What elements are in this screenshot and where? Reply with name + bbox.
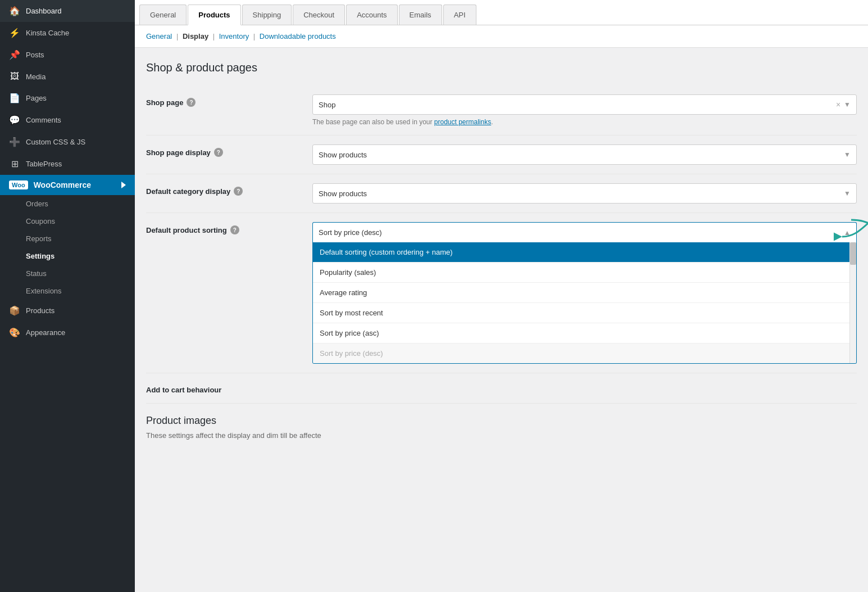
product-images-desc: These settings affect the display and di…	[146, 431, 857, 440]
subnav-inventory[interactable]: Inventory	[219, 32, 249, 40]
shop-page-display-label: Shop page display	[146, 148, 211, 157]
sidebar-item-pages[interactable]: 📄 Pages	[0, 87, 135, 109]
dropdown-scrollbar[interactable]	[849, 242, 856, 363]
sidebar-item-custom-css[interactable]: ➕ Custom CSS & JS	[0, 131, 135, 153]
tab-general[interactable]: General	[139, 4, 187, 25]
shop-page-display-help-icon[interactable]: ?	[214, 148, 223, 157]
sidebar-item-posts[interactable]: 📌 Posts	[0, 44, 135, 66]
add-to-cart-label: Add to cart behaviour	[146, 386, 221, 394]
woo-arrow-icon	[121, 182, 126, 188]
shop-page-arrow-icon: ▼	[844, 101, 851, 109]
tab-shipping[interactable]: Shipping	[242, 4, 292, 25]
shop-page-clear-icon[interactable]: ×	[836, 100, 840, 109]
sidebar-sub-status[interactable]: Status	[0, 265, 135, 282]
appearance-icon: 🎨	[9, 327, 20, 338]
sidebar-item-kinsta-cache[interactable]: ⚡ Kinsta Cache	[0, 22, 135, 44]
shop-page-display-value: Show products	[319, 151, 844, 159]
sidebar-sub-label: Reports	[26, 234, 52, 243]
sidebar-sub-reports[interactable]: Reports	[0, 230, 135, 247]
sidebar-item-label: Comments	[26, 116, 126, 124]
sidebar-item-comments[interactable]: 💬 Comments	[0, 109, 135, 131]
sidebar-item-label: Dashboard	[26, 7, 126, 15]
tab-emails[interactable]: Emails	[399, 4, 442, 25]
shop-page-display-select[interactable]: Show products ▼	[312, 144, 857, 165]
shop-page-help-icon[interactable]: ?	[187, 98, 196, 107]
sidebar-sub-settings[interactable]: Settings	[0, 247, 135, 265]
scrollbar-thumb	[850, 242, 856, 265]
tab-checkout[interactable]: Checkout	[293, 4, 345, 25]
sidebar-item-dashboard[interactable]: 🏠 Dashboard	[0, 0, 135, 22]
default-product-sorting-dropdown: Default sorting (custom ordering + name)…	[312, 242, 857, 364]
shop-page-row: Shop page ? Shop × ▼ The base page can a…	[146, 85, 857, 135]
shop-page-display-row: Shop page display ? Show products ▼	[146, 135, 857, 174]
sidebar-item-label: Appearance	[26, 328, 126, 337]
sidebar-sub-label: Status	[26, 269, 47, 278]
add-to-cart-label-group: Add to cart behaviour	[146, 382, 303, 394]
dropdown-arrow-indicator	[834, 206, 868, 245]
default-product-sorting-label: Default product sorting	[146, 226, 227, 234]
sidebar-item-label: Products	[26, 306, 126, 315]
dropdown-item-most-recent[interactable]: Sort by most recent	[313, 303, 849, 323]
default-category-display-select[interactable]: Show products ▼	[312, 183, 857, 204]
tab-accounts[interactable]: Accounts	[346, 4, 397, 25]
default-category-display-help-icon[interactable]: ?	[234, 187, 243, 196]
add-to-cart-row: Add to cart behaviour	[146, 373, 857, 404]
default-product-sorting-control: Sort by price (desc) ▲	[312, 222, 857, 364]
woocommerce-menu-item[interactable]: Woo WooCommerce	[0, 175, 135, 195]
product-images-title: Product images	[146, 404, 857, 431]
sidebar-item-label: TablePress	[26, 160, 126, 168]
sidebar-sub-label: Extensions	[26, 287, 62, 295]
sidebar-sub-coupons[interactable]: Coupons	[0, 213, 135, 230]
shop-page-display-label-group: Shop page display ?	[146, 144, 303, 157]
shop-page-control: Shop × ▼ The base page can also be used …	[312, 94, 857, 126]
default-category-display-control: Show products ▼	[312, 183, 857, 204]
main-content: General Products Shipping Checkout Accou…	[135, 0, 868, 592]
sidebar-item-label: Media	[26, 73, 126, 81]
subnav-general[interactable]: General	[146, 32, 172, 40]
dropdown-item-price-desc: Sort by price (desc)	[313, 344, 849, 363]
products-icon: 📦	[9, 305, 20, 316]
subnav-sep1: |	[176, 32, 180, 40]
tab-products[interactable]: Products	[188, 4, 240, 25]
default-product-sorting-help-icon[interactable]: ?	[230, 225, 239, 234]
subnav-sep3: |	[253, 32, 257, 40]
sub-nav: General | Display | Inventory | Download…	[135, 25, 868, 48]
sidebar-sub-orders[interactable]: Orders	[0, 195, 135, 213]
sidebar-item-label: Posts	[26, 51, 126, 59]
sidebar-item-products[interactable]: 📦 Products	[0, 300, 135, 322]
subnav-downloadable[interactable]: Downloadable products	[260, 32, 336, 40]
product-permalinks-link[interactable]: product permalinks	[434, 118, 491, 126]
pages-icon: 📄	[9, 93, 20, 103]
dropdown-items-list: Default sorting (custom ordering + name)…	[313, 242, 849, 363]
default-product-sorting-label-group: Default product sorting ?	[146, 222, 303, 234]
shop-page-hint: The base page can also be used in your p…	[312, 118, 857, 126]
sidebar-item-label: Kinsta Cache	[26, 29, 126, 37]
default-category-display-label: Default category display	[146, 187, 230, 196]
shop-page-select[interactable]: Shop × ▼	[312, 94, 857, 115]
sidebar-item-label: Pages	[26, 94, 126, 102]
sidebar-sub-label: Orders	[26, 200, 48, 208]
sidebar-item-appearance[interactable]: 🎨 Appearance	[0, 322, 135, 344]
dropdown-item-default-sorting[interactable]: Default sorting (custom ordering + name)	[313, 242, 849, 263]
dropdown-scroll-container: Default sorting (custom ordering + name)…	[313, 242, 856, 363]
default-product-sorting-row: Default product sorting ? Sort by price …	[146, 213, 857, 373]
dropdown-item-popularity[interactable]: Popularity (sales)	[313, 263, 849, 283]
sidebar-item-tablepress[interactable]: ⊞ TablePress	[0, 153, 135, 175]
woocommerce-label: WooCommerce	[34, 180, 91, 189]
default-category-display-label-group: Default category display ?	[146, 183, 303, 196]
shop-page-label-group: Shop page ?	[146, 94, 303, 107]
sidebar-sub-extensions[interactable]: Extensions	[0, 282, 135, 300]
dropdown-item-average-rating[interactable]: Average rating	[313, 283, 849, 303]
dropdown-item-price-asc[interactable]: Sort by price (asc)	[313, 323, 849, 344]
default-category-display-row: Default category display ? Show products…	[146, 174, 857, 213]
settings-table: Shop page ? Shop × ▼ The base page can a…	[146, 85, 857, 404]
tablepress-icon: ⊞	[9, 159, 20, 169]
default-product-sorting-select[interactable]: Sort by price (desc) ▲	[312, 222, 857, 242]
dashboard-icon: 🏠	[9, 6, 20, 16]
sidebar-item-media[interactable]: 🖼 Media	[0, 66, 135, 87]
sidebar-sub-label: Settings	[26, 252, 54, 260]
content-area: Shop & product pages Shop page ? Shop × …	[135, 48, 868, 592]
sidebar-item-label: Custom CSS & JS	[26, 138, 126, 146]
custom-css-icon: ➕	[9, 137, 20, 147]
tab-api[interactable]: API	[443, 4, 476, 25]
